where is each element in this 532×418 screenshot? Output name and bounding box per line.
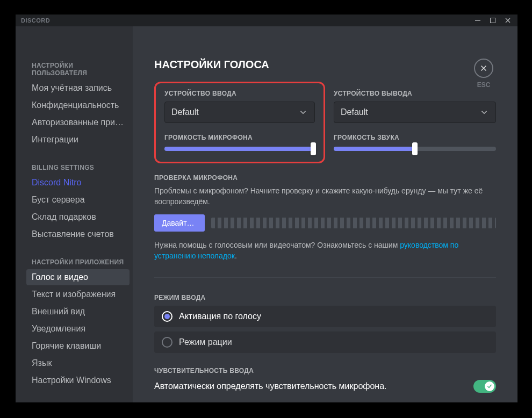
radio-icon [162,337,172,348]
output-device-value: Default [341,107,368,117]
output-device-label: УСТРОЙСТВО ВЫВОДА [334,90,496,97]
settings-content: ESC НАСТРОЙКИ ГОЛОСА УСТРОЙСТВО ВВОДА De… [133,26,517,402]
sidebar-item-language[interactable]: Язык [26,355,130,371]
sensitivity-heading: ЧУВСТВИТЕЛЬНОСТЬ ВВОДА [154,367,496,374]
sidebar-item-appearance[interactable]: Внешний вид [26,304,130,320]
mic-test-desc: Проблемы с микрофоном? Начните проверку … [154,186,496,207]
app-name: DISCORD [18,17,50,24]
sidebar-item-integrations[interactable]: Интеграции [26,132,130,148]
page-title: НАСТРОЙКИ ГОЛОСА [154,59,496,71]
sidebar-item-text-images[interactable]: Текст и изображения [26,286,130,302]
svg-rect-1 [491,18,495,23]
auto-sensitivity-toggle[interactable] [473,380,496,393]
input-device-label: УСТРОЙСТВО ВВОДА [164,90,315,97]
chevron-down-icon [479,107,489,117]
sidebar-item-server-boost[interactable]: Буст сервера [26,192,130,208]
input-mode-push-to-talk[interactable]: Режим рации [154,331,496,353]
settings-sidebar: НАСТРОЙКИ ПОЛЬЗОВАТЕЛЯ Моя учётная запис… [16,26,133,402]
radio-icon [162,311,172,322]
sidebar-item-gift-inventory[interactable]: Склад подарков [26,209,130,225]
output-volume-slider[interactable] [334,147,496,151]
sidebar-item-nitro[interactable]: Discord Nitro [26,175,130,191]
input-mode-heading: РЕЖИМ ВВОДА [154,294,496,301]
sidebar-item-privacy[interactable]: Конфиденциальность [26,97,130,113]
slider-thumb[interactable] [311,142,316,155]
close-window-button[interactable] [500,15,515,26]
divider [154,277,496,278]
output-device-select[interactable]: Default [334,102,496,123]
input-mode-voice-activity[interactable]: Активация по голосу [154,306,496,327]
close-settings-button[interactable] [474,59,493,78]
slider-thumb[interactable] [412,142,418,155]
input-device-select[interactable]: Default [164,102,315,123]
sidebar-item-keybinds[interactable]: Горячие клавиши [26,338,130,354]
maximize-button[interactable] [485,15,500,26]
radio-label: Активация по голосу [179,312,261,321]
radio-label: Режим рации [179,337,232,347]
sidebar-item-authorized-apps[interactable]: Авторизованные прил... [26,114,130,131]
check-icon [486,383,493,390]
sidebar-item-notifications[interactable]: Уведомления [26,321,130,337]
sidebar-heading: НАСТРОЙКИ ПОЛЬЗОВАТЕЛЯ [26,59,130,80]
minimize-button[interactable] [470,15,485,26]
mic-test-heading: ПРОВЕРКА МИКРОФОНА [154,174,496,182]
sidebar-item-windows-settings[interactable]: Настройки Windows [26,372,130,388]
input-device-value: Default [171,107,199,117]
svg-rect-0 [475,20,480,21]
mic-test-button[interactable]: Давайте пр... [154,214,205,232]
sidebar-item-billing[interactable]: Выставление счетов [26,226,130,242]
mic-test-meter [211,218,496,228]
toggle-knob [485,381,494,391]
mic-volume-label: ГРОМКОСТЬ МИКРОФОНА [164,134,315,141]
mic-volume-slider[interactable] [164,147,315,151]
input-device-highlight: УСТРОЙСТВО ВВОДА Default ГРОМКОСТЬ МИКРО… [154,82,325,163]
sidebar-heading: BILLING SETTINGS [26,161,130,175]
sidebar-item-my-account[interactable]: Моя учётная запись [26,80,130,96]
titlebar: DISCORD [16,15,517,26]
sidebar-heading: НАСТРОЙКИ ПРИЛОЖЕНИЯ [26,255,130,269]
sidebar-item-voice-video[interactable]: Голос и видео [26,269,130,285]
chevron-down-icon [298,107,308,117]
auto-sensitivity-label: Автоматически определять чувствительност… [154,381,387,391]
help-text: Нужна помощь с голосовым или видеочатом?… [154,240,496,261]
output-volume-label: ГРОМКОСТЬ ЗВУКА [334,134,496,141]
